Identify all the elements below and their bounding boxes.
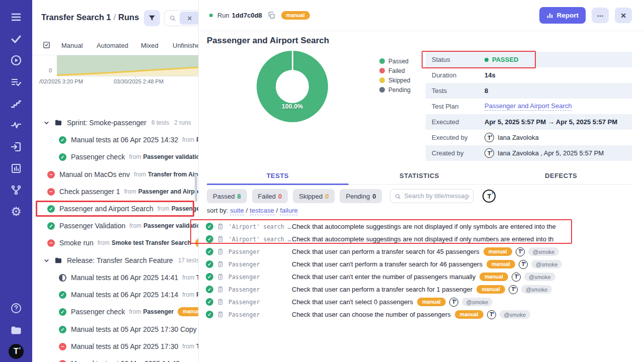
tree-run[interactable]: Manual tests at 05 Apr 2025 17:30 Copy f… [32, 322, 199, 337]
steps-icon[interactable] [5, 93, 27, 114]
tab-tests[interactable]: TESTS [207, 169, 349, 184]
test-suite: Passenger [228, 299, 292, 306]
donut-legend: Passed Failed Skipped Pending [379, 56, 411, 95]
gear-icon[interactable]: ⚙ [5, 201, 27, 222]
tree-run[interactable]: Passenger check from Passenger manual 6 [32, 304, 199, 319]
tree-run[interactable]: Manual tests at 06 Apr 2025 14:14 from P… [32, 287, 199, 302]
filter-pending[interactable]: Pending0 [340, 189, 382, 203]
copy-icon[interactable] [267, 11, 276, 20]
legend-dot-skipped [379, 77, 385, 83]
help-icon[interactable] [5, 297, 27, 319]
test-plan-link[interactable]: Passenger and Airport Search [485, 102, 572, 111]
test-row[interactable]: 'Airport' search … Check that autocomple… [199, 233, 644, 245]
header-actions: Report ⋯ ✕ [539, 7, 632, 24]
app-window: ⚙ T Transfer Search 1/Runs ✕ [0, 0, 644, 362]
tree-run[interactable]: Manual tests at 05 Apr 2025 17:30 from T… [32, 339, 199, 354]
tree-folder[interactable]: Release: Transfer Search Feature 17 test… [32, 253, 199, 268]
tab-manual[interactable]: Manual [61, 42, 83, 49]
smoke-tag[interactable]: @smoke [524, 273, 555, 281]
detail-tabs: TESTS STATISTICS DEFECTS [207, 169, 632, 185]
smoke-tag[interactable]: @smoke [531, 260, 562, 268]
list-check-icon[interactable] [5, 71, 27, 93]
sort-bar: sort by: suite/testcase/failure [207, 207, 298, 214]
logo-letter: T [9, 344, 24, 359]
assignee-filter-button[interactable]: T [482, 190, 496, 203]
manual-badge: manual [281, 11, 310, 20]
tab-statistics[interactable]: STATISTICS [349, 169, 491, 184]
tree-folder[interactable]: Sprint: Smoke-passenger 6 tests 2 runs [32, 115, 199, 130]
breadcrumb-project[interactable]: Transfer Search 1 [41, 13, 111, 22]
close-button[interactable]: ✕ [615, 8, 632, 23]
activity-icon[interactable] [5, 114, 27, 136]
smoke-tag[interactable]: @smoke [462, 298, 493, 306]
detail-row-testplan: Test Plan Passenger and Airport Search [426, 99, 632, 114]
sort-by-suite[interactable]: suite [230, 207, 244, 215]
branch-icon[interactable] [5, 179, 27, 201]
projects-folder-icon[interactable] [5, 319, 27, 340]
run-from-keyword: from [182, 291, 194, 298]
sign-in-icon[interactable] [5, 136, 27, 157]
tab-unfinished[interactable]: Unfinished [173, 42, 199, 49]
clipboard-icon [217, 223, 224, 230]
detail-row-executed-by: Executed by TIana Zavoloka [426, 130, 632, 145]
status-failed-icon [59, 360, 66, 362]
tab-mixed[interactable]: Mixed [141, 42, 158, 49]
tree-run[interactable]: Passenger check from Passenger validatio… [32, 149, 199, 164]
test-row[interactable]: Passenger Check that user can't enter th… [199, 270, 644, 283]
chevron-down-icon[interactable] [43, 120, 50, 126]
tab-automated[interactable]: Automated [97, 42, 128, 49]
test-row[interactable]: Passenger Check that user can perform a … [199, 245, 644, 258]
chart-x-label-2: 03/30/2025 2:48 PM [114, 78, 164, 84]
manual-badge: manual [417, 298, 446, 307]
smoke-tag[interactable]: @smoke [521, 285, 552, 294]
play-circle-icon[interactable] [5, 49, 27, 71]
manual-badge: manual [487, 260, 515, 269]
tab-defects[interactable]: DEFECTS [490, 169, 632, 184]
smoke-tag[interactable]: @smoke [528, 247, 559, 256]
sort-by-testcase[interactable]: testcase [250, 207, 274, 215]
run-label: Manual tests at 06 Apr 2025 14:41 [71, 274, 178, 282]
status-failed-icon [47, 239, 55, 247]
avatar: T [485, 133, 494, 142]
tree-run[interactable]: Manual tests at 06 Apr 2025 14:41 from T… [32, 270, 199, 285]
tree-run[interactable]: Manual on MacOs env from Transfer from A… [32, 167, 199, 182]
test-row[interactable]: Passenger Check that user can't select 0… [199, 296, 644, 308]
legend-item: Failed [379, 66, 411, 75]
menu-icon[interactable] [5, 6, 27, 28]
tree-run-partial[interactable]: Manual tests at 06 Mar 2025 14:43 [32, 356, 199, 362]
avatar: T [509, 285, 518, 294]
smoke-tag[interactable]: @smoke [500, 310, 531, 319]
tree-run[interactable]: Smoke run from Smoke test Transfer Searc… [32, 235, 199, 250]
filter-passed[interactable]: Passed8 [207, 189, 247, 203]
test-suite: Passenger [228, 286, 292, 293]
tests-search-input[interactable] [404, 193, 469, 200]
test-row[interactable]: Passenger Check that user can perform a … [199, 283, 644, 296]
status-passed-icon [59, 153, 66, 161]
report-button[interactable]: Report [539, 7, 586, 24]
bar-chart-box-icon[interactable] [5, 157, 27, 179]
select-all-icon[interactable] [42, 41, 51, 51]
test-title: Check that user can perform a transfer s… [292, 286, 472, 293]
test-row[interactable]: Passenger Check that user can choose the… [199, 308, 644, 321]
more-button[interactable]: ⋯ [592, 8, 609, 23]
sort-by-failure[interactable]: failure [280, 207, 297, 215]
search-clear-button[interactable]: ✕ [180, 12, 199, 25]
filter-skipped[interactable]: Skipped0 [293, 189, 335, 203]
tree-run[interactable]: Check passenger 1 from Passenger and Air… [32, 184, 199, 199]
filter-failed[interactable]: Failed0 [252, 189, 288, 203]
tree-run[interactable]: Passenger Validation from Passenger vali… [32, 218, 199, 233]
panel-scrollbar[interactable] [195, 173, 197, 202]
run-label: Check passenger 1 [59, 188, 120, 196]
check-icon[interactable] [5, 28, 27, 49]
test-row[interactable]: 'Airport' search … Check that autocomple… [199, 220, 644, 233]
tree-run-selected[interactable]: Passenger and Airport Search from Passen… [32, 201, 199, 216]
detail-row-status: Status PASSED [426, 52, 632, 67]
test-row[interactable]: Passenger Check that user can't perform … [199, 258, 644, 270]
chevron-down-icon[interactable] [43, 257, 50, 264]
run-from-keyword: from [129, 153, 141, 160]
testomat-logo[interactable]: T [5, 340, 27, 362]
clipboard-icon [217, 298, 224, 306]
filter-button[interactable] [144, 10, 160, 26]
tree-run[interactable]: Manual tests at 06 Apr 2025 14:32 from P… [32, 132, 199, 147]
legend-dot-pending [379, 87, 385, 93]
